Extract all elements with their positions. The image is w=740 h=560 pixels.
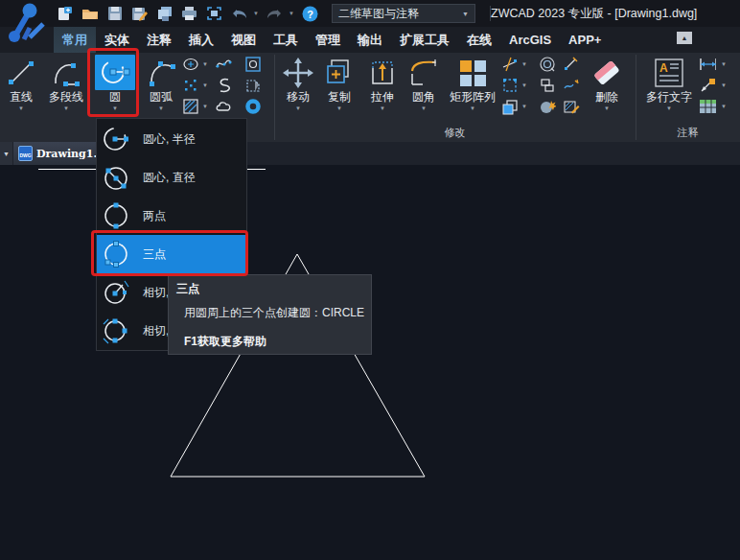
offset-icon[interactable]: [539, 56, 556, 73]
erase-dropdown-icon[interactable]: ▼: [604, 105, 610, 113]
menu-item-two-points[interactable]: 两点: [97, 197, 246, 235]
mtext-dropdown-icon[interactable]: ▼: [666, 105, 672, 113]
menu-item-label: 圆心, 直径: [143, 170, 196, 186]
fillet-label: 圆角: [412, 90, 435, 105]
undo-dropdown-icon[interactable]: ▼: [253, 11, 259, 16]
point-dropdown-icon[interactable]: ▼: [200, 77, 210, 94]
spline-cv-icon[interactable]: [215, 77, 232, 94]
center-diameter-icon: [102, 163, 130, 192]
draw-order-dropdown-icon[interactable]: ▼: [520, 98, 529, 115]
polyline-dropdown-icon[interactable]: ▼: [63, 105, 69, 113]
undo-icon[interactable]: [230, 5, 248, 23]
rect-select-icon[interactable]: [501, 77, 519, 94]
dimension-dropdown-icon[interactable]: ▼: [719, 56, 728, 73]
leader-dropdown-icon[interactable]: ▼: [719, 77, 728, 94]
doc-tab-list-icon[interactable]: ▼: [0, 142, 12, 165]
leader-icon[interactable]: [699, 77, 716, 94]
ellipse-icon[interactable]: [182, 56, 199, 73]
align-icon[interactable]: [539, 77, 556, 94]
tab-solid[interactable]: 实体: [96, 27, 138, 53]
redo-icon[interactable]: [266, 5, 284, 23]
tab-tools[interactable]: 工具: [265, 27, 307, 53]
circle-button[interactable]: 圆 ▼: [94, 55, 136, 113]
redo-dropdown-icon[interactable]: ▼: [289, 11, 294, 16]
fillet-dropdown-icon[interactable]: ▼: [421, 105, 427, 113]
dimension-icon[interactable]: [699, 56, 716, 73]
trim-icon[interactable]: [501, 56, 519, 73]
menu-item-label: 圆心, 半径: [143, 131, 196, 148]
tab-arcgis[interactable]: ArcGIS: [500, 27, 560, 53]
menu-item-three-points[interactable]: 三点: [97, 235, 246, 273]
tab-output[interactable]: 输出: [349, 27, 391, 53]
copy-icon: [323, 55, 356, 90]
menu-item-label: 两点: [143, 208, 166, 224]
hatch-dropdown-icon[interactable]: ▼: [200, 98, 210, 115]
circle-label: 圆: [109, 90, 121, 105]
copy-dropdown-icon[interactable]: ▼: [336, 105, 342, 113]
copy-sheets-icon[interactable]: [155, 5, 173, 23]
line-dropdown-icon[interactable]: ▼: [18, 105, 24, 113]
rect-select-dropdown-icon[interactable]: ▼: [520, 77, 529, 94]
preview-icon[interactable]: [205, 5, 223, 23]
tab-view[interactable]: 视图: [222, 27, 265, 53]
tab-online[interactable]: 在线: [458, 27, 500, 53]
copy-button[interactable]: 复制 ▼: [318, 55, 360, 113]
three-points-icon: [102, 240, 130, 268]
erase-button[interactable]: 删除 ▼: [583, 55, 631, 113]
plot-icon[interactable]: [180, 5, 198, 23]
fillet-icon: [407, 55, 440, 90]
menu-item-center-diameter[interactable]: 圆心, 直径: [97, 158, 246, 197]
save-icon[interactable]: [105, 5, 124, 23]
collapse-ribbon-button[interactable]: ▲: [677, 32, 692, 44]
line-button[interactable]: 直线 ▼: [2, 55, 40, 113]
document-tab-drawing1[interactable]: DWG Drawing1.: [13, 142, 104, 165]
extend-icon[interactable]: [563, 56, 580, 73]
tangent-tangent-icon: [102, 316, 130, 345]
arc-button[interactable]: 圆弧 ▼: [140, 55, 182, 113]
help-icon[interactable]: ?: [301, 5, 319, 23]
tab-insert[interactable]: 插入: [180, 27, 222, 53]
mtext-icon: A: [653, 55, 685, 90]
tangent-radius-icon: [102, 278, 130, 307]
tab-home[interactable]: 常用: [54, 27, 96, 53]
explode-icon[interactable]: [539, 98, 556, 115]
fillet-button[interactable]: 圆角 ▼: [403, 55, 445, 113]
table-icon[interactable]: [699, 98, 716, 115]
donut-icon[interactable]: [244, 98, 262, 115]
workspace-dropdown[interactable]: 二维草图与注释 ▼: [332, 4, 475, 23]
stretch-button[interactable]: 拉伸 ▼: [363, 55, 402, 113]
menu-item-center-radius[interactable]: 圆心, 半径: [97, 120, 246, 158]
tab-express[interactable]: 扩展工具: [391, 27, 458, 53]
ellipse-dropdown-icon[interactable]: ▼: [200, 56, 210, 73]
match-prop-icon[interactable]: [563, 77, 580, 94]
save-as-icon[interactable]: [130, 5, 149, 23]
mtext-button[interactable]: A 多行文字 ▼: [643, 55, 695, 113]
polyline-button[interactable]: 多段线 ▼: [43, 55, 89, 113]
line-label: 直线: [10, 90, 33, 105]
hatch-icon[interactable]: [182, 98, 199, 115]
region-icon[interactable]: [244, 77, 262, 94]
circle-dropdown-icon[interactable]: ▼: [112, 105, 118, 113]
hatch-edit-icon[interactable]: [563, 98, 580, 115]
trim-dropdown-icon[interactable]: ▼: [520, 56, 529, 73]
tab-manage[interactable]: 管理: [307, 27, 349, 53]
draw-order-icon[interactable]: [501, 98, 519, 115]
chevron-down-icon: ▼: [462, 11, 469, 17]
arc-dropdown-icon[interactable]: ▼: [158, 105, 164, 113]
rect-array-dropdown-icon[interactable]: ▼: [470, 105, 475, 113]
new-file-icon[interactable]: [56, 5, 74, 23]
rect-array-button[interactable]: 矩形阵列 ▼: [445, 55, 500, 113]
tab-app-plus[interactable]: APP+: [560, 27, 610, 53]
open-folder-icon[interactable]: [81, 5, 99, 23]
tab-annotate[interactable]: 注释: [138, 27, 180, 53]
table-dropdown-icon[interactable]: ▼: [719, 98, 728, 115]
revcloud-icon[interactable]: [215, 98, 232, 115]
move-button[interactable]: 移动 ▼: [279, 55, 317, 113]
center-radius-icon: [102, 125, 130, 153]
spline-fit-icon[interactable]: [215, 56, 232, 73]
zwcad-logo-icon[interactable]: [3, 1, 49, 49]
point-icon[interactable]: [182, 77, 199, 94]
move-dropdown-icon[interactable]: ▼: [295, 105, 301, 113]
stretch-dropdown-icon[interactable]: ▼: [380, 105, 385, 113]
rectangle-icon[interactable]: [244, 56, 262, 73]
